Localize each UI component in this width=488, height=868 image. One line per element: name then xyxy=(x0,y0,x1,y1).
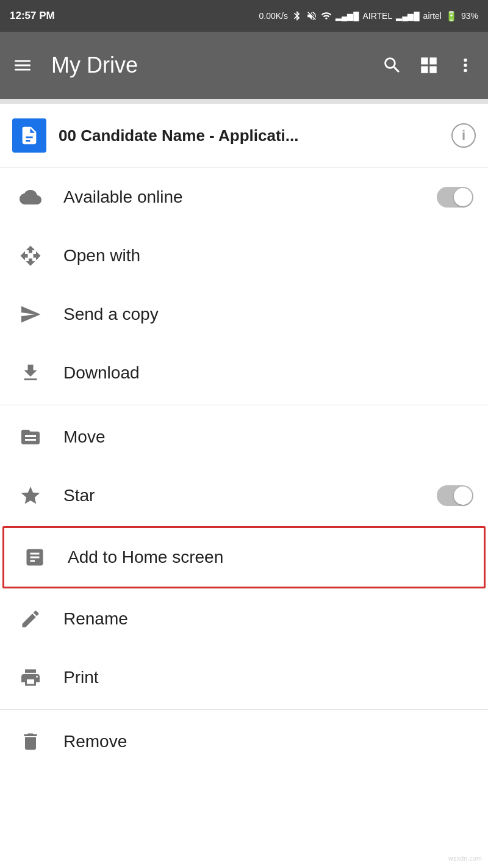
star-label: Star xyxy=(63,486,420,505)
menu-item-rename[interactable]: Rename xyxy=(0,590,488,648)
trash-icon xyxy=(15,726,46,758)
menu-item-remove[interactable]: Remove xyxy=(0,712,488,771)
download-label: Download xyxy=(63,363,473,383)
status-time: 12:57 PM xyxy=(10,10,55,22)
send-icon xyxy=(15,298,46,330)
file-name: 00 Candidate Name - Applicati... xyxy=(59,126,439,145)
signal-bars: ▂▄▆█ xyxy=(336,12,359,21)
carrier-name: AIRTEL xyxy=(362,11,392,21)
menu-item-move[interactable]: Move xyxy=(0,408,488,466)
network-speed: 0.00K/s xyxy=(259,11,288,21)
page-title: My Drive xyxy=(51,52,370,78)
signal-bars2: ▂▄▆█ xyxy=(396,12,419,21)
print-icon xyxy=(15,662,46,693)
battery-pct: 93% xyxy=(461,11,478,21)
open-with-label: Open with xyxy=(63,246,473,266)
menu-item-open-with[interactable]: Open with xyxy=(0,226,488,285)
available-online-toggle[interactable] xyxy=(437,187,473,208)
add-to-home-label: Add to Home screen xyxy=(68,548,469,567)
download-icon xyxy=(15,357,46,389)
menu-item-star[interactable]: Star xyxy=(0,466,488,525)
menu-list: Available online Open with Send a copy D… xyxy=(0,168,488,771)
status-bar: 12:57 PM 0.00K/s ▂▄▆█ AIRTEL ▂▄▆█ airtel… xyxy=(0,0,488,32)
grid-view-button[interactable] xyxy=(418,55,439,76)
file-type-icon xyxy=(12,118,46,153)
search-button[interactable] xyxy=(382,55,403,76)
open-with-icon xyxy=(15,240,46,272)
info-button[interactable]: i xyxy=(451,123,476,148)
move-icon xyxy=(15,421,46,453)
menu-button[interactable] xyxy=(12,55,33,76)
menu-item-print[interactable]: Print xyxy=(0,648,488,707)
separator-2 xyxy=(0,709,488,710)
send-copy-label: Send a copy xyxy=(63,305,473,324)
carrier-name2: airtel xyxy=(423,11,442,21)
menu-item-available-online[interactable]: Available online xyxy=(0,168,488,226)
watermark: wsxdn.com xyxy=(448,855,482,862)
mute-icon xyxy=(306,10,317,21)
menu-item-send-copy[interactable]: Send a copy xyxy=(0,285,488,344)
menu-item-add-to-home[interactable]: Add to Home screen xyxy=(2,526,486,588)
rename-label: Rename xyxy=(63,609,473,629)
app-bar: My Drive xyxy=(0,32,488,99)
status-right: 0.00K/s ▂▄▆█ AIRTEL ▂▄▆█ airtel 🔋 93% xyxy=(259,10,478,22)
battery-icon: 🔋 xyxy=(445,10,458,22)
wifi-icon xyxy=(321,10,332,21)
bluetooth-icon xyxy=(292,10,303,21)
rename-icon xyxy=(15,603,46,635)
menu-item-download[interactable]: Download xyxy=(0,344,488,402)
star-toggle[interactable] xyxy=(437,485,473,506)
move-label: Move xyxy=(63,427,473,447)
cloud-icon xyxy=(15,181,46,213)
file-header: 00 Candidate Name - Applicati... i xyxy=(0,104,488,168)
divider-top xyxy=(0,99,488,104)
more-options-button[interactable] xyxy=(455,55,476,76)
print-label: Print xyxy=(63,668,473,687)
app-bar-actions xyxy=(382,55,476,76)
remove-label: Remove xyxy=(63,732,473,751)
star-icon xyxy=(15,480,46,512)
available-online-label: Available online xyxy=(63,187,420,207)
home-screen-icon xyxy=(19,541,51,573)
separator-1 xyxy=(0,405,488,405)
